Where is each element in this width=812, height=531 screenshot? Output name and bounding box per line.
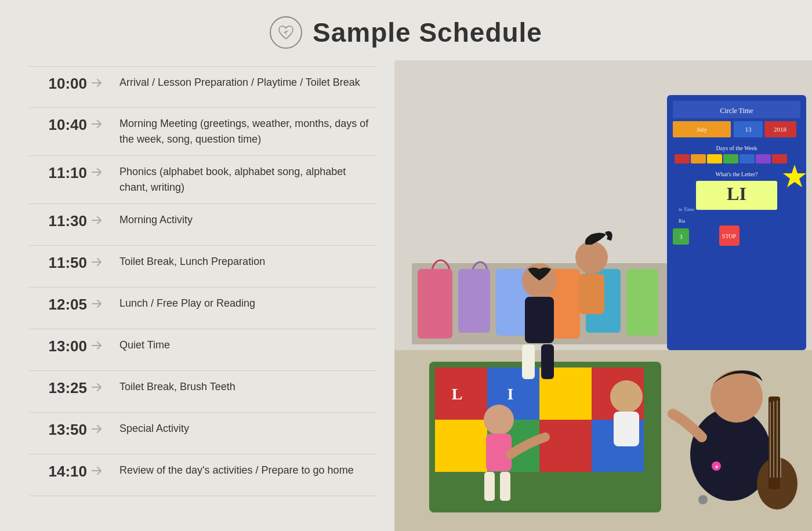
schedule-row: 14:10 Review of the day's activities / P… — [29, 454, 377, 496]
schedule-row: 10:00 Arrival / Lesson Preparation / Pla… — [29, 66, 377, 108]
svg-text:Circle Time: Circle Time — [720, 107, 753, 115]
arrow-icon — [87, 329, 110, 351]
schedule-row: 13:50 Special Activity — [29, 413, 377, 454]
arrow-icon — [87, 67, 110, 89]
activity-label: Review of the day's activities / Prepare… — [110, 454, 377, 486]
schedule-row: 13:00 Quiet Time — [29, 329, 377, 371]
svg-text:STOP: STOP — [722, 233, 737, 239]
svg-text:★: ★ — [715, 464, 719, 470]
svg-point-54 — [575, 241, 608, 274]
activity-label: Morning Activity — [110, 204, 377, 236]
svg-point-64 — [698, 495, 708, 504]
svg-rect-55 — [579, 274, 604, 314]
arrow-icon — [87, 454, 110, 477]
svg-rect-8 — [435, 420, 487, 472]
svg-point-43 — [710, 370, 763, 423]
svg-point-60 — [610, 380, 643, 413]
svg-rect-59 — [500, 472, 510, 501]
svg-text:2018: 2018 — [774, 126, 787, 133]
time-label: 11:50 — [29, 246, 87, 280]
logo-icon — [270, 16, 302, 49]
svg-point-56 — [484, 405, 514, 435]
svg-rect-29 — [756, 154, 771, 163]
svg-text:July: July — [697, 126, 708, 133]
time-label: 10:00 — [29, 67, 87, 101]
header: Sample Schedule — [270, 0, 542, 60]
arrow-icon — [87, 246, 110, 268]
svg-text:LI: LI — [727, 183, 746, 204]
schedule-row: 11:10 Phonics (alphabet book, alphabet s… — [29, 156, 377, 204]
time-label: 11:10 — [29, 156, 87, 190]
arrow-icon — [87, 156, 110, 178]
svg-text:Days of the Week: Days of the Week — [716, 145, 757, 151]
arrow-icon — [87, 108, 110, 130]
svg-text:L: L — [452, 385, 463, 403]
activity-label: Morning Meeting (greetings, weather, mon… — [110, 108, 377, 155]
svg-rect-41 — [626, 269, 658, 336]
time-label: 12:05 — [29, 288, 87, 322]
arrow-icon — [87, 371, 110, 393]
svg-rect-24 — [675, 154, 690, 163]
svg-rect-27 — [723, 154, 738, 163]
time-label: 14:10 — [29, 454, 87, 489]
activity-label: Special Activity — [110, 413, 377, 445]
activity-label: Lunch / Free Play or Reading — [110, 288, 377, 319]
svg-rect-53 — [541, 344, 554, 379]
time-label: 13:50 — [29, 413, 87, 447]
svg-rect-37 — [458, 269, 490, 333]
activity-label: Toilet Break, Brush Teeth — [110, 371, 377, 403]
svg-text:13: 13 — [745, 126, 752, 133]
svg-text:What's the Letter?: What's the Letter? — [716, 171, 758, 177]
svg-rect-10 — [539, 420, 592, 472]
schedule-panel: 10:00 Arrival / Lesson Preparation / Pla… — [0, 60, 394, 531]
svg-rect-28 — [740, 154, 755, 163]
svg-text:3: 3 — [679, 233, 683, 240]
schedule-row: 11:50 Toilet Break, Lunch Preparation — [29, 246, 377, 288]
time-label: 11:30 — [29, 204, 87, 238]
activity-label: Arrival / Lesson Preparation / Playtime … — [110, 67, 377, 99]
page-wrapper: Sample Schedule 10:00 Arrival / Lesson P… — [0, 0, 812, 531]
activity-label: Quiet Time — [110, 329, 377, 361]
activity-label: Phonics (alphabet book, alphabet song, a… — [110, 156, 377, 203]
schedule-row: 13:25 Toilet Break, Brush Teeth — [29, 371, 377, 413]
svg-rect-25 — [691, 154, 706, 163]
svg-rect-61 — [614, 412, 639, 446]
svg-rect-36 — [418, 269, 452, 339]
schedule-row: 10:40 Morning Meeting (greetings, weathe… — [29, 108, 377, 156]
svg-rect-30 — [772, 154, 787, 163]
time-label: 13:25 — [29, 371, 87, 405]
svg-rect-26 — [707, 154, 722, 163]
activity-label: Toilet Break, Lunch Preparation — [110, 246, 377, 278]
image-panel: L I Circle Time July 13 2018 Days of the… — [394, 60, 812, 531]
svg-text:Ria: Ria — [679, 219, 686, 224]
svg-rect-52 — [522, 344, 535, 379]
svg-text:I: I — [507, 385, 514, 403]
arrow-icon — [87, 288, 110, 310]
svg-rect-58 — [484, 472, 495, 501]
arrow-icon — [87, 413, 110, 435]
time-label: 10:40 — [29, 108, 87, 142]
arrow-icon — [87, 204, 110, 226]
page-title: Sample Schedule — [313, 17, 542, 48]
schedule-row: 11:30 Morning Activity — [29, 204, 377, 246]
schedule-row: 12:05 Lunch / Free Play or Reading — [29, 288, 377, 329]
main-content: 10:00 Arrival / Lesson Preparation / Pla… — [0, 60, 812, 531]
time-label: 13:00 — [29, 329, 87, 363]
svg-text:te Time: te Time — [679, 206, 694, 212]
svg-rect-51 — [525, 297, 554, 343]
